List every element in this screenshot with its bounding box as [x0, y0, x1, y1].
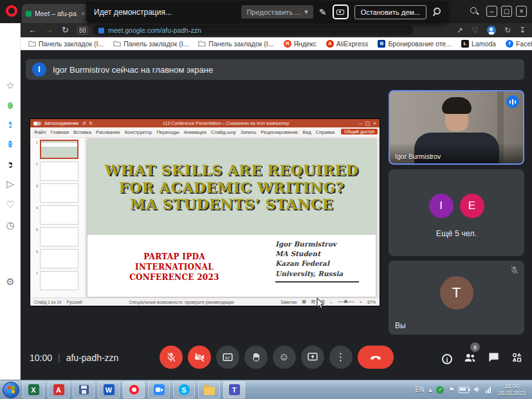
autosave-toggle[interactable] — [33, 122, 41, 125]
browser-tab[interactable]: Meet – afu-pa × — [22, 4, 89, 23]
zoom-out-icon[interactable]: – — [330, 300, 333, 304]
settings-gear-icon[interactable]: ⚙ — [0, 276, 21, 288]
redo-icon[interactable]: ↻ — [89, 121, 93, 126]
bookmarks-star-icon[interactable]: ☆ — [0, 80, 21, 91]
volume-icon[interactable] — [473, 384, 481, 396]
ribbon-tab-draw[interactable]: Рисование — [96, 129, 120, 135]
slide-thumbnail[interactable]: 5 — [33, 227, 85, 246]
stop-sharing-button[interactable]: Остановить дем... — [354, 5, 427, 19]
telegram-icon[interactable]: ▸ — [0, 118, 21, 131]
participants-button[interactable]: 8 — [463, 351, 477, 367]
end-call-button[interactable] — [358, 346, 394, 369]
captions-button[interactable] — [216, 346, 239, 369]
flow-icon[interactable]: ▷ — [0, 178, 21, 190]
language-indicator[interactable]: Русский — [66, 300, 82, 304]
slide-thumbnail[interactable]: 7 — [33, 271, 85, 290]
slide-thumbnail[interactable]: 4 — [33, 205, 85, 225]
ribbon-tab-record[interactable]: Запись — [241, 129, 257, 135]
ribbon-tab-view[interactable]: Вид — [302, 129, 311, 135]
bookmark-facebook[interactable]: f Facebook — [506, 40, 532, 48]
start-button[interactable] — [3, 382, 19, 398]
ribbon-tab-help[interactable]: Справка — [316, 129, 335, 135]
mic-button[interactable] — [160, 346, 183, 369]
taskbar-teams[interactable]: T — [223, 382, 245, 398]
more-participants-tile[interactable]: I E Ещё 5 чел. — [389, 169, 524, 256]
ribbon-tab-design[interactable]: Конструктор — [125, 129, 152, 135]
hidden-icons-chevron[interactable]: ▴ — [428, 386, 432, 393]
language-indicator[interactable]: EN — [416, 386, 425, 393]
ribbon-tab-home[interactable]: Главная — [50, 129, 69, 135]
taskbar-folder[interactable] — [198, 382, 220, 398]
security-shield-icon[interactable]: ✓ — [436, 386, 444, 394]
taskbar-skype[interactable]: S — [173, 382, 195, 398]
ribbon-tab-slideshow[interactable]: Слайд-шоу — [211, 129, 236, 135]
minimize-button[interactable]: – — [486, 6, 497, 17]
undo-icon[interactable]: ↺ — [82, 121, 86, 126]
notes-button[interactable]: Заметки — [280, 300, 297, 304]
pin-icon[interactable] — [430, 6, 442, 18]
meeting-info-button[interactable]: i — [442, 354, 452, 364]
slide-thumbnail[interactable]: 2 — [33, 162, 85, 181]
bookmark-yandex[interactable]: Я Яндекс — [284, 40, 316, 48]
back-icon[interactable]: ← — [28, 25, 37, 35]
profile-avatar[interactable] — [487, 26, 496, 35]
history-icon[interactable]: ◷ — [0, 219, 21, 231]
bookmark-folder[interactable]: Панель закладок (I... — [28, 40, 104, 48]
heart-icon[interactable]: ♡ — [472, 26, 479, 35]
address-bar[interactable]: meet.google.com/afu-padh-zzn — [93, 25, 413, 35]
zoom-in-icon[interactable]: + — [360, 300, 362, 304]
bookmark-booking[interactable]: B Бронирование оте... — [378, 40, 452, 48]
chat-button[interactable] — [488, 351, 500, 366]
taskbar-word[interactable]: W — [98, 382, 120, 398]
ppt-minimize-icon[interactable]: – — [359, 120, 362, 126]
taskbar-excel[interactable]: X — [23, 382, 44, 398]
whatsapp-icon[interactable]: ✆ — [0, 98, 21, 111]
zoom-slider[interactable] — [338, 301, 354, 302]
sync-icon[interactable]: ↻ — [504, 26, 511, 35]
slide-thumbnail[interactable]: 1 — [33, 140, 85, 159]
taskbar-pdf[interactable]: A — [48, 382, 69, 398]
bookmark-aliexpress[interactable]: A AliExpress — [326, 40, 369, 48]
view-sorter-icon[interactable]: ▤ — [311, 299, 316, 304]
taskbar-zoom[interactable] — [148, 382, 170, 398]
network-icon[interactable] — [486, 387, 491, 393]
vk-icon[interactable]: В — [0, 137, 21, 150]
reload-icon[interactable]: ↻ — [62, 25, 69, 35]
speaker-video-tile[interactable]: Igor Burmistrov — [389, 90, 524, 165]
close-button[interactable]: × — [516, 6, 527, 17]
camera-button[interactable] — [188, 346, 211, 369]
view-normal-icon[interactable]: ▦ — [302, 299, 306, 304]
ribbon-tab-file[interactable]: Файл — [34, 129, 46, 135]
accessibility-status[interactable]: Специальные возможности: проверьте реком… — [129, 300, 234, 304]
ppt-maximize-icon[interactable]: ▢ — [365, 120, 371, 126]
ribbon-tab-review[interactable]: Рецензирование — [261, 129, 298, 135]
battery-icon[interactable] — [459, 387, 469, 393]
reactions-button[interactable]: ☺ — [273, 346, 296, 369]
bookmark-folder[interactable]: Панель закладок (I... — [113, 40, 188, 48]
action-center-flag-icon[interactable]: ⚑ — [448, 386, 454, 393]
player-icon[interactable]: ▶ — [0, 158, 21, 171]
annotate-pen-icon[interactable]: ✎ — [319, 7, 327, 17]
search-icon[interactable] — [470, 6, 479, 16]
bookmark-folder[interactable]: Панель закладок (I... — [198, 40, 273, 48]
ppt-close-icon[interactable]: × — [373, 120, 376, 126]
opera-menu-icon[interactable] — [6, 5, 17, 17]
snapshot-icon[interactable] — [333, 5, 349, 19]
slide-thumbnail[interactable]: 6 — [33, 249, 85, 268]
taskbar-opera[interactable] — [123, 382, 145, 398]
download-icon[interactable]: ↧ — [519, 26, 526, 35]
raise-hand-button[interactable] — [244, 346, 268, 369]
bookmark-lamoda[interactable]: L Lamoda — [461, 40, 496, 48]
tab-close-icon[interactable]: × — [81, 10, 85, 17]
taskbar-save[interactable] — [73, 382, 95, 398]
tab-counter-badge[interactable]: 88 — [77, 26, 88, 35]
activities-button[interactable] — [511, 351, 523, 366]
more-options-button[interactable]: ⋮ — [329, 346, 353, 369]
slide-thumbnail[interactable]: 3 — [33, 183, 85, 203]
share-page-icon[interactable]: ↗ — [457, 26, 463, 35]
ribbon-tab-transitions[interactable]: Переходы — [156, 129, 179, 135]
heart-icon[interactable]: ♡ — [0, 199, 21, 210]
ribbon-tab-animations[interactable]: Анимация — [184, 129, 206, 135]
forward-icon[interactable]: → — [45, 25, 53, 35]
present-screen-button[interactable] — [301, 346, 324, 369]
